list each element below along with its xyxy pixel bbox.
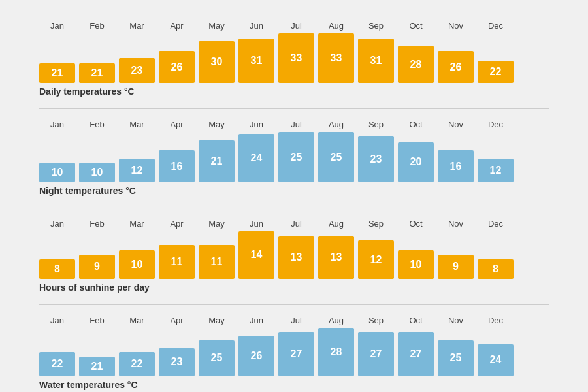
bar-cell: 21 (79, 357, 115, 376)
month-label: Oct (398, 120, 434, 129)
month-label: May (199, 316, 235, 325)
bar-cell: 23 (159, 348, 195, 376)
bar: 13 (278, 236, 314, 279)
month-label: Dec (478, 219, 514, 229)
bar: 26 (238, 336, 274, 376)
bar-cell: 21 (39, 63, 75, 83)
bar: 13 (318, 236, 354, 279)
bar: 16 (438, 150, 474, 182)
bar-cell: 10 (79, 163, 115, 182)
bar-cell: 16 (438, 150, 474, 182)
bar: 27 (278, 332, 314, 376)
month-label: May (199, 120, 235, 129)
bar: 25 (318, 132, 354, 182)
bar-cell: 24 (478, 344, 514, 376)
month-label: Jun (238, 219, 274, 229)
month-label: Jun (238, 120, 274, 129)
chart-section-water-temp: 222122232526272827272524Water temperatur… (39, 328, 549, 390)
bar: 26 (438, 51, 474, 83)
month-label: Dec (478, 316, 514, 325)
month-label: Jul (278, 219, 314, 229)
bar: 25 (278, 132, 314, 182)
bar-cell: 31 (238, 39, 274, 83)
bar-cell: 31 (358, 39, 394, 83)
bar-cell: 12 (119, 159, 155, 182)
bar-cell: 25 (318, 132, 354, 182)
bar: 11 (159, 245, 195, 278)
bar-cell: 10 (119, 250, 155, 279)
bar: 22 (478, 61, 514, 83)
bar-cell: 25 (199, 340, 235, 376)
bar-cell: 25 (278, 132, 314, 182)
month-label: Aug (318, 219, 354, 229)
bar-cell: 22 (119, 352, 155, 376)
section-divider (39, 108, 549, 109)
bar-cell: 21 (199, 140, 235, 182)
bar: 8 (478, 259, 514, 279)
bar-cell: 11 (159, 245, 195, 278)
month-label: Apr (159, 219, 195, 229)
month-label: Aug (318, 316, 354, 325)
bar: 12 (358, 240, 394, 279)
bar-cell: 23 (358, 136, 394, 182)
bar: 28 (398, 46, 434, 83)
month-label: Feb (79, 316, 115, 325)
bar: 22 (119, 352, 155, 376)
month-label: Sep (358, 120, 394, 129)
chart-section-sunshine: 89101111141313121098Hours of sunhine per… (39, 231, 549, 293)
bar: 31 (238, 39, 274, 83)
month-label: Jun (238, 21, 274, 31)
month-label: Dec (478, 21, 514, 31)
bar-cell: 33 (278, 33, 314, 83)
chart-label-night-temp: Night temperatures °C (39, 186, 549, 196)
bar: 14 (238, 231, 274, 279)
bar: 24 (478, 344, 514, 376)
bar-cell: 11 (199, 245, 235, 278)
month-label: Sep (358, 21, 394, 31)
month-label: Apr (159, 21, 195, 31)
bar-cell: 13 (318, 236, 354, 279)
bar: 26 (159, 51, 195, 83)
bar-cell: 20 (398, 142, 434, 182)
chart-label-daily-temp: Daily temperatures °C (39, 86, 549, 97)
month-label: Oct (398, 21, 434, 31)
bar-cell: 21 (79, 63, 115, 83)
bar-cell: 23 (119, 58, 155, 83)
bar-cell: 10 (39, 163, 75, 182)
bar: 27 (358, 332, 394, 376)
month-label: Nov (438, 21, 474, 31)
bar: 21 (199, 140, 235, 182)
bar: 24 (238, 134, 274, 182)
bar-cell: 28 (318, 328, 354, 376)
bar-cell: 27 (398, 332, 434, 376)
bar: 27 (398, 332, 434, 376)
bar-cell: 16 (159, 150, 195, 182)
bar-cell: 28 (398, 46, 434, 83)
bar: 23 (159, 348, 195, 376)
chart-label-water-temp: Water temperatures °C (39, 380, 549, 390)
bar: 23 (119, 58, 155, 83)
month-label: Oct (398, 219, 434, 229)
month-label: Mar (119, 316, 155, 325)
month-label: Sep (358, 316, 394, 325)
month-label: Mar (119, 120, 155, 129)
section-divider (39, 208, 549, 208)
bar: 20 (398, 142, 434, 182)
bar: 28 (318, 328, 354, 376)
month-label: Nov (438, 219, 474, 229)
bar-cell: 10 (398, 250, 434, 279)
bar: 11 (199, 245, 235, 278)
bar-cell: 9 (438, 255, 474, 279)
bar: 9 (438, 255, 474, 279)
bar-cell: 27 (278, 332, 314, 376)
month-label: Apr (159, 316, 195, 325)
bar-cell: 22 (478, 61, 514, 83)
bar: 31 (358, 39, 394, 83)
month-label: Sep (358, 219, 394, 229)
bar-cell: 25 (438, 340, 474, 376)
bars-row-sunshine: 89101111141313121098 (39, 231, 549, 279)
month-label: Jul (278, 120, 314, 129)
month-label: Nov (438, 120, 474, 129)
bar: 21 (79, 357, 115, 376)
bar: 25 (438, 340, 474, 376)
